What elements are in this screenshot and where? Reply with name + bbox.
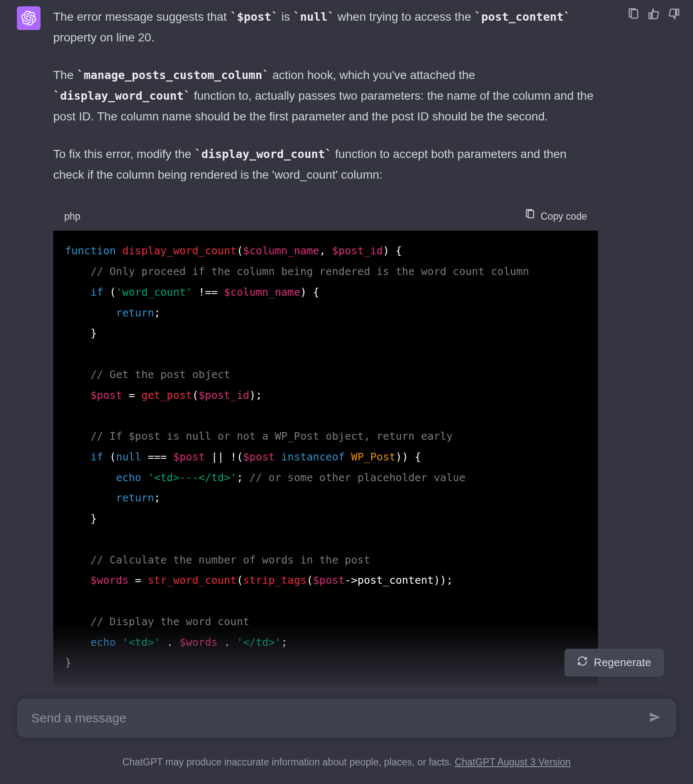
svg-rect-1 <box>528 210 534 218</box>
inline-code: `null` <box>293 10 334 23</box>
paragraph-3: To fix this error, modify the `display_w… <box>53 144 598 185</box>
footer-disclaimer: ChatGPT may produce inaccurate informati… <box>0 757 693 768</box>
code-content: function display_word_count($column_name… <box>53 231 598 686</box>
text: To fix this error, modify the <box>53 147 195 161</box>
message-input-bar[interactable] <box>17 699 676 738</box>
copy-code-button[interactable]: Copy code <box>525 208 587 225</box>
code-language-label: php <box>64 208 80 225</box>
text: The error message suggests that <box>53 10 230 23</box>
thumbs-down-icon[interactable] <box>668 8 680 22</box>
assistant-avatar <box>17 6 41 30</box>
svg-rect-0 <box>631 10 638 18</box>
regenerate-button[interactable]: Regenerate <box>565 649 663 676</box>
text: The <box>53 68 77 82</box>
code-header: php Copy code <box>53 202 598 231</box>
footer-version-link[interactable]: ChatGPT August 3 Version <box>455 757 571 768</box>
regenerate-icon <box>577 656 588 670</box>
thumbs-up-icon[interactable] <box>647 8 660 22</box>
text: is <box>278 10 293 23</box>
footer-text: ChatGPT may produce inaccurate informati… <box>122 757 455 768</box>
text: property on line 20. <box>53 31 155 44</box>
clipboard-icon[interactable] <box>627 8 640 22</box>
code-block: php Copy code function display_word_coun… <box>53 202 598 686</box>
inline-code: `$post` <box>230 10 278 23</box>
inline-code: `post_content` <box>474 10 571 23</box>
clipboard-icon <box>525 208 535 225</box>
paragraph-1: The error message suggests that `$post` … <box>53 6 598 48</box>
paragraph-2: The `manage_posts_custom_column` action … <box>53 65 598 127</box>
inline-code: `display_word_count` <box>195 147 332 161</box>
text: action hook, which you've attached the <box>269 68 475 82</box>
message-input[interactable] <box>31 711 648 725</box>
copy-code-label: Copy code <box>541 208 587 225</box>
inline-code: `display_word_count` <box>53 89 190 102</box>
text: when trying to access the <box>334 10 475 23</box>
assistant-content: The error message suggests that `$post` … <box>53 6 606 686</box>
regenerate-label: Regenerate <box>594 656 651 669</box>
send-icon[interactable] <box>648 710 662 726</box>
inline-code: `manage_posts_custom_column` <box>77 68 269 82</box>
assistant-message: The error message suggests that `$post` … <box>0 0 693 686</box>
